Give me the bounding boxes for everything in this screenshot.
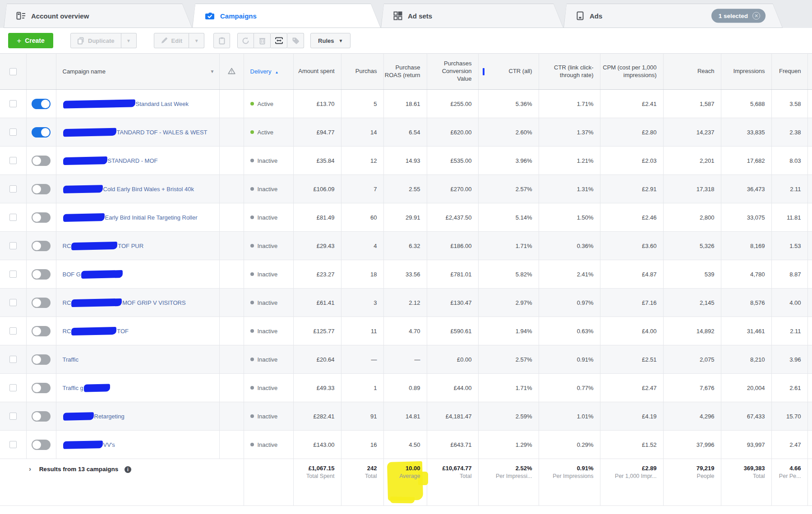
tab-account-overview[interactable]: Account overview <box>4 4 192 28</box>
campaign-toggle[interactable] <box>32 440 51 450</box>
delivery-status-dot <box>250 443 254 446</box>
purchases-header[interactable]: Purchas <box>341 54 383 90</box>
campaign-toggle[interactable] <box>32 383 51 393</box>
row-checkbox[interactable] <box>9 242 17 249</box>
tab-ad-sets[interactable]: Ad sets <box>381 4 563 28</box>
campaign-toggle[interactable] <box>32 156 51 166</box>
cell-roas: 0.89 <box>383 374 427 402</box>
delivery-cell: Active <box>244 118 293 147</box>
campaign-name-link[interactable]: RC TOF PUR <box>63 242 219 250</box>
row-checkbox[interactable] <box>9 441 17 448</box>
selected-count-badge[interactable]: 1 selected ✕ <box>711 9 766 23</box>
tab-ads[interactable]: Ads 1 selected ✕ <box>563 4 783 28</box>
cpm-header[interactable]: CPM (cost per 1,000 impressions) <box>600 54 663 90</box>
row-checkbox[interactable] <box>9 214 17 221</box>
row-checkbox[interactable] <box>9 299 17 306</box>
pin-button[interactable] <box>213 33 230 48</box>
cell-ctr_link: 1.01% <box>539 402 600 431</box>
cell-impressions: 33,835 <box>721 118 771 147</box>
campaign-toggle[interactable] <box>32 127 51 138</box>
tag-button[interactable] <box>287 33 304 48</box>
campaign-name-header[interactable]: Campaign name ▼ <box>56 54 219 90</box>
cell-ctr_link: 0.91% <box>539 345 600 374</box>
campaign-toggle[interactable] <box>32 184 51 194</box>
frequency-header[interactable]: Frequen <box>771 54 807 90</box>
row-checkbox[interactable] <box>9 100 17 107</box>
campaign-toggle[interactable] <box>32 241 51 251</box>
cell-impressions: 67,433 <box>721 402 771 431</box>
row-checkbox[interactable] <box>9 185 17 193</box>
delivery-header[interactable]: Delivery▲ <box>244 54 293 90</box>
campaign-name-link[interactable]: BOF G <box>63 271 219 278</box>
cell-cpm: £4.00 <box>600 317 663 345</box>
edit-dropdown-button[interactable]: ▼ <box>189 33 204 48</box>
cell-roas: — <box>383 345 427 374</box>
cell-value: £0.00 <box>427 345 478 374</box>
cell-cpm: £1.52 <box>600 431 663 459</box>
campaign-name-link[interactable]: RC TOF <box>63 327 219 335</box>
total-purchases-cell: 242Total <box>341 459 383 506</box>
ctr-all-header[interactable]: CTR (all) <box>478 54 539 90</box>
cell-ctr_link: 1.50% <box>539 203 600 232</box>
row-checkbox[interactable] <box>9 327 17 335</box>
campaign-toggle[interactable] <box>32 269 51 280</box>
row-checkbox[interactable] <box>9 271 17 278</box>
campaign-name-link[interactable]: Standard Last Week <box>63 100 219 108</box>
refresh-button[interactable] <box>237 33 254 48</box>
rules-button[interactable]: Rules ▼ <box>310 33 351 48</box>
campaign-toggle[interactable] <box>32 354 51 365</box>
table-row: Traffic gInactive£49.3310.89£44.001.71%0… <box>0 374 812 402</box>
cell-spent: £29.43 <box>293 232 341 260</box>
campaign-toggle[interactable] <box>32 326 51 336</box>
campaign-name-link[interactable]: RCMOF GRIP V VISITORS <box>63 299 219 307</box>
campaign-name-link[interactable]: TANDARD TOF - WALES & WEST <box>63 128 219 136</box>
campaign-toggle[interactable] <box>32 411 51 422</box>
campaign-name-link[interactable]: Early Bird Initial Re Targeting Roller <box>63 214 219 221</box>
cell-frequency: 11.81 <box>771 203 807 232</box>
select-all-checkbox[interactable] <box>9 68 17 75</box>
impressions-header[interactable]: Impressions <box>721 54 771 90</box>
ctr-link-header[interactable]: CTR (link click-through rate) <box>539 54 600 90</box>
cell-frequency: 8.87 <box>771 260 807 289</box>
chevron-down-icon[interactable]: ▼ <box>210 69 215 74</box>
ab-test-button[interactable] <box>271 33 287 48</box>
roas-header[interactable]: Purchase ROAS (return <box>383 54 427 90</box>
cell-roas: 2.12 <box>383 289 427 317</box>
cell-ctr_link: 0.97% <box>539 289 600 317</box>
row-checkbox[interactable] <box>9 157 17 164</box>
edit-button[interactable]: Edit <box>154 33 189 48</box>
campaign-name-link[interactable]: Retargeting <box>63 413 219 420</box>
cell-ctr_link: 1.21% <box>539 147 600 175</box>
duplicate-button[interactable]: Duplicate <box>70 33 121 48</box>
cell-ctr_link: 2.41% <box>539 260 600 289</box>
conversion-value-header[interactable]: Purchases Conversion Value <box>427 54 478 90</box>
campaign-toggle[interactable] <box>32 298 51 308</box>
cell-impressions: 31,461 <box>721 317 771 345</box>
campaign-name-link[interactable]: STANDARD - MOF <box>63 157 219 165</box>
cell-impressions: 33,075 <box>721 203 771 232</box>
row-checkbox[interactable] <box>9 128 17 136</box>
row-checkbox[interactable] <box>9 356 17 363</box>
issues-cell <box>219 317 244 345</box>
campaign-toggle[interactable] <box>32 212 51 223</box>
amount-spent-header[interactable]: Amount spent <box>293 54 341 90</box>
campaign-name-link[interactable]: Traffic <box>63 356 219 363</box>
delete-button[interactable] <box>254 33 271 48</box>
campaign-name-link[interactable]: VV's <box>63 441 219 449</box>
redaction-blob <box>71 241 117 250</box>
campaign-name-link[interactable]: Traffic g <box>63 384 219 392</box>
clear-selection-icon[interactable]: ✕ <box>752 12 760 20</box>
cell-cpm: £2.46 <box>600 203 663 232</box>
info-icon[interactable]: i <box>125 466 131 473</box>
issues-column-header[interactable] <box>219 54 244 90</box>
campaign-toggle[interactable] <box>32 99 51 109</box>
reach-header[interactable]: Reach <box>663 54 721 90</box>
results-summary-cell[interactable]: › Results from 13 campaigns i <box>0 459 244 506</box>
duplicate-dropdown-button[interactable]: ▼ <box>121 33 137 48</box>
cell-spent: £13.70 <box>293 90 341 118</box>
campaign-name-link[interactable]: Cold Early Bird Wales + Bristol 40k <box>63 185 219 193</box>
create-button[interactable]: + Create <box>8 33 53 48</box>
row-checkbox[interactable] <box>9 413 17 420</box>
row-checkbox[interactable] <box>9 384 17 391</box>
tab-campaigns[interactable]: Campaigns <box>192 4 381 28</box>
